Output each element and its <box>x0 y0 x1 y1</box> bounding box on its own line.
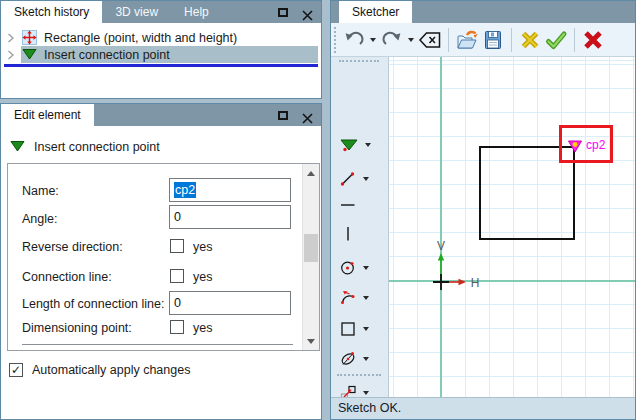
scroll-down-icon[interactable] <box>303 333 319 349</box>
sketch-history-panel: Sketch history 3D view Help <box>0 0 322 99</box>
checkmark-icon: ✓ <box>11 363 21 377</box>
close-icon[interactable] <box>302 7 313 18</box>
maximize-icon[interactable] <box>278 111 288 120</box>
edit-element-header-label: Insert connection point <box>34 140 160 154</box>
form-divider <box>22 344 293 345</box>
rectangle-tool[interactable] <box>335 317 385 341</box>
palette-grip-icon[interactable] <box>339 60 379 63</box>
reverse-direction-checkbox-label: yes <box>193 240 212 254</box>
sketcher-panel: Sketcher <box>330 0 636 420</box>
connection-line-checkbox-label: yes <box>193 270 212 284</box>
axes-origin: V H <box>428 239 490 297</box>
form-scrollbar[interactable] <box>302 164 319 350</box>
h-axis-label: H <box>471 276 480 290</box>
auto-apply-row[interactable]: ✓ Automatically apply changes <box>9 363 190 377</box>
connection-line-checkbox[interactable] <box>170 269 184 283</box>
dimensioning-point-checkbox[interactable] <box>170 320 184 334</box>
name-field-label: Name: <box>22 184 59 198</box>
tab-help[interactable]: Help <box>171 1 222 23</box>
auto-apply-label: Automatically apply changes <box>32 363 190 377</box>
angle-input[interactable] <box>169 205 291 229</box>
tab-3d-view[interactable]: 3D view <box>102 1 171 23</box>
connection-line-label: Connection line: <box>22 270 112 284</box>
insert-position-indicator <box>4 64 318 67</box>
tree-row-label: Insert connection point <box>44 48 170 62</box>
name-input[interactable]: cp2 <box>169 178 291 202</box>
status-bar: Sketch OK. <box>331 397 635 419</box>
tool-dropdown-icon[interactable] <box>363 391 369 395</box>
close-icon[interactable] <box>302 110 313 121</box>
tree-row-rectangle[interactable]: Rectangle (point, width and height) <box>1 29 321 46</box>
edit-element-tabbar: Edit element <box>1 104 321 126</box>
tool-dropdown-icon[interactable] <box>363 327 369 331</box>
connection-point-marker-icon[interactable] <box>567 139 583 158</box>
tab-edit-element[interactable]: Edit element <box>1 104 94 126</box>
dimensioning-point-label: Dimensioning point: <box>22 321 132 335</box>
connection-point-label: cp2 <box>586 138 605 152</box>
close-red-x-button[interactable] <box>580 27 606 53</box>
tool-dropdown-icon[interactable] <box>363 266 369 270</box>
tree-row-insert-connection-point[interactable]: Insert connection point <box>1 46 321 63</box>
sketcher-tabbar: Sketcher <box>331 1 635 23</box>
redo-button[interactable] <box>379 27 405 53</box>
application-window: Sketch history 3D view Help <box>0 0 636 420</box>
tool-palette <box>331 57 389 397</box>
name-input-selected-text: cp2 <box>174 182 196 198</box>
angle-field-label: Angle: <box>22 212 57 226</box>
palette-separator <box>337 374 381 376</box>
maximize-icon[interactable] <box>278 8 288 17</box>
length-connection-line-input[interactable] <box>169 291 291 315</box>
toolbar-separator <box>448 28 449 52</box>
toolbar-separator <box>511 28 512 52</box>
horizontal-line-tool[interactable] <box>335 193 385 217</box>
ellipse-tool[interactable] <box>335 347 385 371</box>
tree-row-label: Rectangle (point, width and height) <box>44 31 237 45</box>
apply-green-check-button[interactable] <box>543 27 569 53</box>
dimensioning-point-checkbox-label: yes <box>193 321 212 335</box>
reverse-direction-label: Reverse direction: <box>22 240 123 254</box>
reverse-direction-checkbox[interactable] <box>170 239 184 253</box>
edit-element-panel: Edit element Insert connection point Nam… <box>0 103 322 420</box>
backspace-delete-button[interactable] <box>417 27 443 53</box>
discard-yellow-x-button[interactable] <box>517 27 543 53</box>
open-sketch-button[interactable] <box>454 27 480 53</box>
redo-dropdown-icon[interactable] <box>408 38 414 42</box>
chevron-right-icon[interactable] <box>1 32 21 44</box>
connection-point-icon <box>21 47 37 62</box>
sketch-history-tabbar: Sketch history 3D view Help <box>1 1 321 23</box>
edit-element-header: Insert connection point <box>9 139 321 154</box>
tab-sketch-history[interactable]: Sketch history <box>1 1 102 23</box>
tool-dropdown-icon[interactable] <box>363 177 369 181</box>
toolbar-grip-icon[interactable] <box>334 27 337 53</box>
v-axis-label: V <box>437 239 445 253</box>
undo-button[interactable] <box>341 27 367 53</box>
edit-element-form: Name: cp2 Angle: Reverse direction: yes … <box>7 163 320 351</box>
sketch-history-tree: Rectangle (point, width and height) Inse… <box>1 23 321 67</box>
grid-major-horizontal-line <box>389 280 635 282</box>
arc-tool[interactable] <box>335 286 385 310</box>
tool-dropdown-icon[interactable] <box>363 296 369 300</box>
status-text: Sketch OK. <box>338 401 401 415</box>
undo-dropdown-icon[interactable] <box>370 38 376 42</box>
chevron-right-icon[interactable] <box>1 49 21 61</box>
auto-apply-checkbox[interactable]: ✓ <box>9 363 23 377</box>
tab-sketcher[interactable]: Sketcher <box>339 1 412 23</box>
connection-point-icon <box>9 139 25 154</box>
line-tool[interactable] <box>335 167 385 191</box>
scroll-up-icon[interactable] <box>303 165 319 181</box>
scrollbar-thumb[interactable] <box>304 234 318 262</box>
connection-point-tool[interactable] <box>335 133 385 157</box>
circle-tool[interactable] <box>335 256 385 280</box>
length-connection-line-label: Length of connection line: <box>22 297 164 311</box>
sketch-canvas[interactable]: cp2 V H <box>389 57 635 397</box>
toolbar-separator <box>574 28 575 52</box>
sketcher-toolbar <box>331 23 635 57</box>
tool-dropdown-icon[interactable] <box>363 357 369 361</box>
rectangle-move-icon <box>21 30 37 45</box>
vertical-line-tool[interactable] <box>335 222 385 246</box>
tool-dropdown-icon[interactable] <box>365 143 371 147</box>
grid-major-vertical-line <box>440 57 442 397</box>
save-sketch-button[interactable] <box>480 27 506 53</box>
